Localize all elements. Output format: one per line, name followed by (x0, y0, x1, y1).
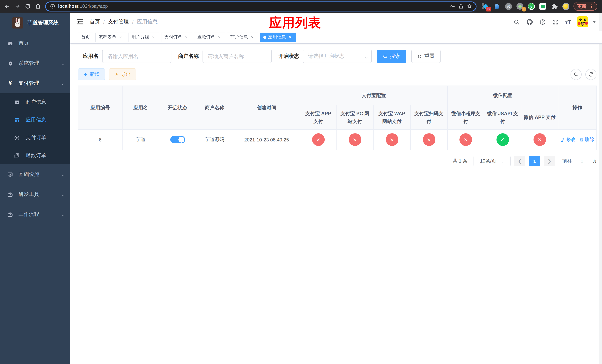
edit-link[interactable]: 修改 (560, 136, 576, 143)
avatar-dropdown-caret[interactable] (592, 21, 596, 23)
sidebar-item-app-info[interactable]: 应用信息 (0, 111, 70, 129)
reload-icon[interactable] (24, 3, 31, 10)
page-number-1[interactable]: 1 (529, 156, 540, 166)
fullscreen-icon[interactable] (552, 19, 559, 25)
tab-user-group[interactable]: 用户分组× (128, 32, 159, 42)
sidebar-item-refund-order[interactable]: 退款订单 (0, 147, 70, 164)
forward-icon[interactable] (14, 3, 21, 10)
close-icon[interactable]: × (118, 35, 123, 40)
sidebar-item-merchant-info[interactable]: 商户信息 (0, 93, 70, 111)
extension-balloon-icon[interactable] (493, 3, 501, 10)
status-select[interactable]: 请选择开启状态 (303, 50, 372, 63)
merchant-name-input[interactable] (203, 50, 272, 63)
sidebar-item-infra[interactable]: 基础设施 (0, 164, 70, 184)
tab-merchant-info[interactable]: 商户信息× (227, 32, 258, 42)
col-header-wx-jsapi: 微信 JSAPI 支付 (484, 105, 521, 130)
refresh-icon (417, 54, 422, 59)
prev-page-button[interactable]: ❮ (514, 156, 525, 166)
col-header-app-id: 应用编号 (78, 86, 123, 130)
extension-recorder-icon[interactable]: 1 (516, 3, 524, 10)
browser-menu-icon[interactable]: ⋮ (589, 4, 593, 9)
tab-process-form[interactable]: 流程表单× (95, 32, 126, 42)
col-group-wechat: 微信配置 (448, 86, 558, 105)
refresh-table-button[interactable] (585, 69, 596, 80)
add-button[interactable]: 新增 (78, 68, 105, 80)
extension-diamond-icon[interactable]: 10 (482, 3, 489, 10)
show-search-button[interactable] (570, 69, 582, 80)
close-icon[interactable]: × (250, 35, 255, 40)
breadcrumb-section[interactable]: 支付管理 (108, 19, 129, 25)
profile-avatar-icon[interactable] (562, 3, 570, 10)
help-icon[interactable] (539, 19, 546, 25)
password-key-icon[interactable] (450, 3, 455, 9)
tab-label: 支付订单 (164, 34, 182, 40)
status-label: 开启状态 (279, 53, 299, 60)
tab-home[interactable]: 首页 (78, 32, 93, 42)
cell-status (159, 130, 196, 150)
extensions-puzzle-icon[interactable] (550, 3, 558, 10)
app-name-input[interactable] (102, 50, 172, 63)
close-icon[interactable]: × (217, 35, 222, 40)
page-unit-label: 页 (592, 158, 597, 164)
sidebar-item-dev-tools[interactable]: 研发工具 (0, 184, 70, 204)
search-icon[interactable] (513, 19, 520, 25)
site-info-icon[interactable] (50, 3, 55, 9)
status-cross-icon (533, 133, 546, 146)
table-tools (570, 69, 596, 80)
reset-button-label: 重置 (424, 53, 435, 60)
extension-chat-icon[interactable] (539, 3, 547, 10)
sidebar-item-system[interactable]: 系统管理 (0, 53, 70, 73)
search-button[interactable]: 搜索 (377, 50, 406, 63)
user-avatar[interactable] (577, 16, 588, 27)
merchant-name-label: 商户名称 (178, 53, 199, 60)
close-icon[interactable]: × (184, 35, 189, 40)
col-header-merchant: 商户名称 (196, 86, 233, 130)
app-title: 芋道管理系统 (27, 20, 58, 26)
col-header-wx-app: 微信 APP 支付 (521, 105, 558, 130)
reset-button[interactable]: 重置 (411, 50, 441, 63)
tab-refund-order[interactable]: 退款订单× (194, 32, 225, 42)
extension-y-icon[interactable]: y (527, 3, 535, 10)
page-size-select[interactable]: 10条/页 (473, 156, 511, 166)
goto-page-input[interactable] (575, 156, 589, 166)
extension-badge: 10 (486, 7, 491, 11)
export-button-label: 导出 (121, 71, 131, 78)
sidebar-item-label: 支付管理 (19, 80, 62, 87)
github-icon[interactable] (526, 19, 533, 25)
next-page-button[interactable]: ❯ (544, 156, 555, 166)
tab-app-info-active[interactable]: 应用信息× (260, 32, 296, 42)
browser-update-button[interactable]: 更新 ⋮ (573, 2, 597, 11)
export-button[interactable]: 导出 (109, 68, 136, 80)
breadcrumb-home[interactable]: 首页 (90, 19, 100, 25)
back-icon[interactable] (4, 3, 10, 10)
sidebar-item-pay-order[interactable]: 支付订单 (0, 129, 70, 147)
sidebar-collapse-icon[interactable] (76, 18, 84, 26)
delete-link[interactable]: 删除 (579, 136, 594, 143)
extensions-row: 10 ⌘ 1 y 更新 ⋮ (482, 2, 597, 11)
bookmark-star-icon[interactable] (466, 3, 472, 9)
chevron-down-icon (62, 193, 65, 196)
tab-label: 退款订单 (197, 34, 215, 40)
share-icon[interactable] (458, 3, 463, 9)
extension-command-icon[interactable]: ⌘ (505, 3, 512, 10)
cell-actions: 修改 删除 (558, 130, 597, 150)
sidebar-item-home[interactable]: 首页 (0, 33, 70, 53)
sidebar-item-workflow[interactable]: 工作流程 (0, 204, 70, 225)
sidebar-item-label: 研发工具 (19, 191, 62, 198)
font-size-icon[interactable]: TT (565, 19, 571, 25)
cell-app-name: 芋道 (123, 130, 159, 150)
status-cross-icon (423, 133, 435, 146)
cell-alipay-wap-status (374, 130, 411, 150)
address-bar[interactable]: localhost:1024/pay/app (45, 1, 476, 11)
tab-label: 商户信息 (230, 34, 248, 40)
home-icon[interactable] (35, 3, 42, 10)
grid-table-icon (14, 117, 20, 123)
close-icon[interactable]: × (288, 35, 292, 40)
sidebar-item-payment[interactable]: ¥ 支付管理 (0, 73, 70, 93)
tab-pay-order[interactable]: 支付订单× (161, 32, 192, 42)
app-logo-row[interactable]: 芋道管理系统 (0, 13, 70, 33)
browser-scrollbar[interactable] (599, 13, 602, 364)
close-icon[interactable]: × (151, 35, 156, 40)
status-cross-icon (312, 133, 324, 146)
enabled-toggle[interactable] (170, 136, 185, 143)
